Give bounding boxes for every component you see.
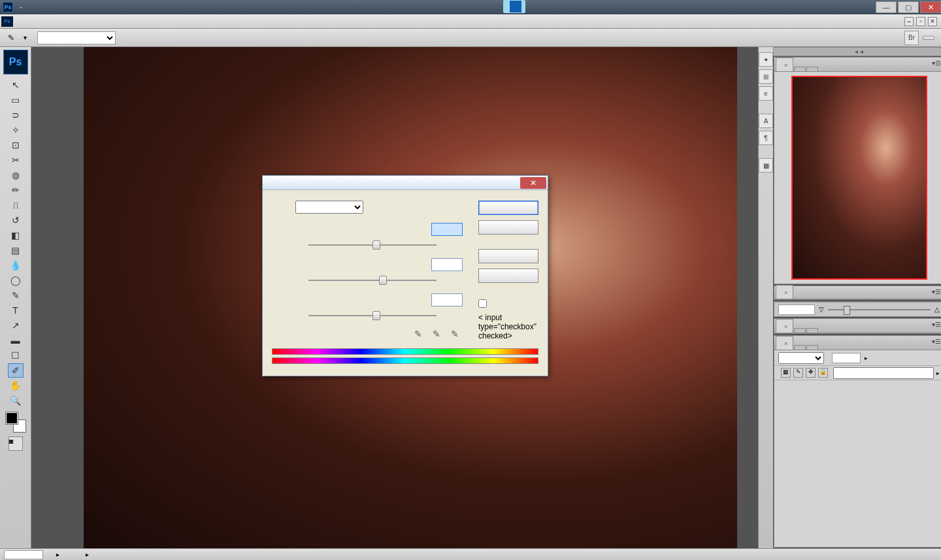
tab-history[interactable]: × <box>776 285 793 299</box>
mdi-close[interactable]: × <box>928 17 937 26</box>
dock-icon-4[interactable]: A <box>759 114 773 128</box>
window-titlebar: Ps - — ▢ ✕ <box>0 0 941 14</box>
zoom-tool[interactable]: 🔍 <box>8 393 24 408</box>
colorize-checkbox[interactable] <box>478 299 538 308</box>
lock-pixels-icon[interactable]: ✎ <box>793 368 803 378</box>
saturation-slider[interactable] <box>308 274 437 287</box>
eyedropper-add-icon[interactable]: ✎ <box>433 329 444 340</box>
eyedropper-icon[interactable]: ✎ <box>414 329 426 340</box>
navigator-zoom-slider[interactable] <box>828 309 931 310</box>
quickmask-button[interactable]: ◙ <box>8 436 23 451</box>
path-tool[interactable]: ↗ <box>8 318 24 333</box>
notes-tool[interactable]: ☐ <box>8 348 24 363</box>
window-minimize[interactable]: — <box>876 1 897 13</box>
dock-strip: ✦ ⊞ ≡ A ¶ ▦ <box>758 47 773 548</box>
stamp-tool[interactable]: ⎍ <box>8 198 24 212</box>
eyedropper-subtract-icon[interactable]: ✎ <box>451 329 463 340</box>
opacity-input[interactable] <box>832 353 861 363</box>
history-panel: × ▾☰ <box>774 286 941 300</box>
eyedropper-tool[interactable]: ✐ <box>8 363 24 378</box>
panel-menu-icon[interactable]: ▾☰ <box>932 59 941 67</box>
hue-saturation-dialog: ✕ <box>262 175 548 376</box>
network-indicator <box>503 0 525 13</box>
gradient-tool[interactable]: ▤ <box>8 243 24 257</box>
window-maximize[interactable]: ▢ <box>898 1 919 13</box>
crop-tool[interactable]: ⊡ <box>8 138 24 152</box>
slice-tool[interactable]: ✂ <box>8 153 24 167</box>
dock-icon-5[interactable]: ¶ <box>759 131 773 145</box>
panel-collapse-handle[interactable] <box>773 47 941 56</box>
hand-tool[interactable]: ✋ <box>8 378 24 393</box>
marquee-tool[interactable]: ▭ <box>8 93 24 107</box>
dialog-titlebar[interactable]: ✕ <box>263 176 548 190</box>
blend-mode-select[interactable] <box>778 352 824 364</box>
tab-navigator[interactable]: × <box>776 58 793 71</box>
move-tool[interactable]: ↖ <box>8 78 24 92</box>
layers-panel: × ▾☰ ▸ ▦ ✎ ✥ 🔒 <box>774 335 941 548</box>
zoom-out-icon[interactable]: ▽ <box>819 306 824 313</box>
dodge-tool[interactable]: ◯ <box>8 273 24 288</box>
ps-app-icon: Ps <box>3 2 13 12</box>
history-brush-tool[interactable]: ↺ <box>8 213 24 227</box>
mdi-restore[interactable]: ▫ <box>916 17 925 26</box>
dock-icon-3[interactable]: ≡ <box>759 86 773 101</box>
wand-tool[interactable]: ✧ <box>8 123 24 137</box>
tab-paths[interactable] <box>806 345 818 350</box>
panel-menu-icon[interactable]: ▾☰ <box>932 321 941 328</box>
save-button[interactable] <box>478 269 538 283</box>
eyedropper-tool-icon: ✎ <box>4 31 18 45</box>
blur-tool[interactable]: 💧 <box>8 258 24 272</box>
tab-color[interactable]: × <box>776 319 793 333</box>
preview-checkbox[interactable]: < input type="checkbox" checked> <box>478 313 538 340</box>
sample-size-select[interactable] <box>37 31 116 44</box>
hue-slider[interactable] <box>308 239 437 252</box>
bridge-icon[interactable]: Br <box>904 31 919 45</box>
lock-transparency-icon[interactable]: ▦ <box>781 368 791 378</box>
tab-info[interactable] <box>806 67 818 71</box>
lock-all-icon[interactable]: 🔒 <box>818 368 828 378</box>
panel-menu-icon[interactable]: ▾☰ <box>932 338 941 345</box>
dock-icon-2[interactable]: ⊞ <box>759 69 773 84</box>
window-close[interactable]: ✕ <box>920 1 941 13</box>
saturation-input[interactable] <box>431 258 463 271</box>
brush-tool[interactable]: ✏ <box>8 183 24 197</box>
color-swatches[interactable] <box>6 412 25 432</box>
tab-histogram[interactable] <box>794 67 806 71</box>
tab-swatches[interactable] <box>794 328 806 333</box>
load-button[interactable] <box>478 249 538 263</box>
tab-channels[interactable] <box>794 345 806 350</box>
mdi-minimize[interactable]: – <box>904 17 914 26</box>
edit-channel-select[interactable] <box>295 201 363 214</box>
dock-icon-1[interactable]: ✦ <box>759 52 773 67</box>
options-bar: ✎ ▾ Br <box>0 29 941 47</box>
pen-tool[interactable]: ✎ <box>8 288 24 303</box>
tab-styles[interactable] <box>806 328 818 333</box>
workspace-button[interactable] <box>923 36 934 40</box>
hue-input[interactable] <box>431 223 463 236</box>
ok-button[interactable] <box>478 201 538 215</box>
menu-bar: Ps – ▫ × <box>0 14 941 29</box>
cancel-button[interactable] <box>478 220 538 235</box>
shape-tool[interactable]: ▬ <box>8 333 24 348</box>
lock-position-icon[interactable]: ✥ <box>806 368 816 378</box>
navigator-zoom-input[interactable] <box>778 305 815 315</box>
lightness-slider[interactable] <box>308 309 437 322</box>
tab-layers[interactable]: × <box>776 336 793 350</box>
foreground-color-swatch[interactable] <box>6 412 18 424</box>
navigator-thumbnail[interactable] <box>791 76 927 280</box>
panel-menu-icon[interactable]: ▾☰ <box>932 288 941 295</box>
toolbox: Ps ↖ ▭ ⊃ ✧ ⊡ ✂ ◍ ✏ ⎍ ↺ ◧ ▤ 💧 ◯ ✎ T ↗ ▬ ☐… <box>0 47 31 548</box>
dialog-close-button[interactable]: ✕ <box>520 177 546 189</box>
lasso-tool[interactable]: ⊃ <box>8 108 24 122</box>
ps-logo-icon: Ps <box>3 50 28 74</box>
status-zoom-input[interactable] <box>4 550 43 559</box>
eraser-tool[interactable]: ◧ <box>8 228 24 242</box>
heal-tool[interactable]: ◍ <box>8 168 24 182</box>
dock-icon-6[interactable]: ▦ <box>759 158 773 173</box>
lightness-input[interactable] <box>431 293 463 306</box>
fill-input[interactable] <box>833 367 934 379</box>
zoom-in-icon[interactable]: △ <box>934 306 940 313</box>
type-tool[interactable]: T <box>8 303 24 318</box>
color-panel: × ▾☰ <box>774 318 941 334</box>
hue-spectrum-bottom <box>272 357 538 364</box>
